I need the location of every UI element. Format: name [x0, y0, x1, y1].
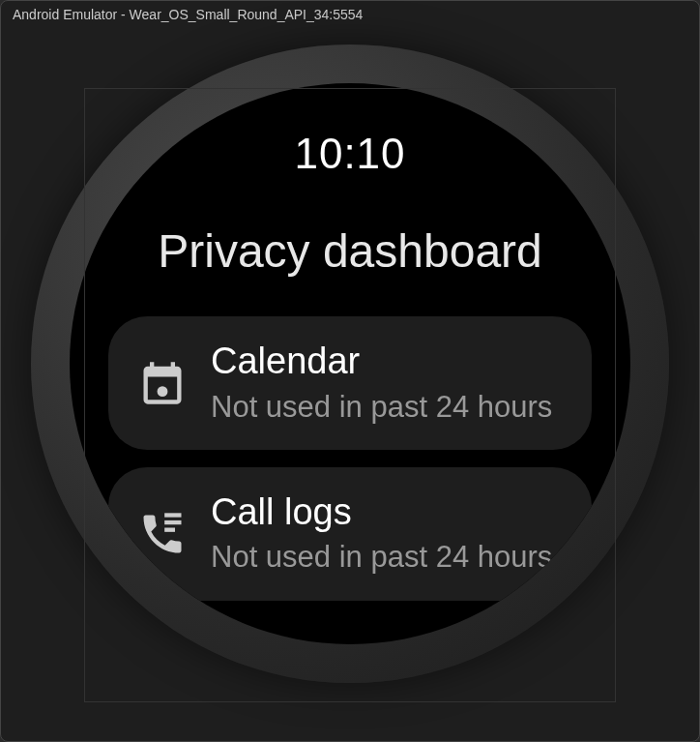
- page-title: Privacy dashboard: [70, 224, 630, 278]
- emulator-window: Android Emulator - Wear_OS_Small_Round_A…: [0, 0, 700, 742]
- list-item-content: Calendar Not used in past 24 hours: [211, 340, 565, 427]
- calendar-icon: [135, 356, 190, 410]
- list-item-calendar[interactable]: Calendar Not used in past 24 hours: [108, 316, 592, 450]
- svg-point-0: [158, 386, 168, 397]
- svg-rect-1: [164, 513, 181, 517]
- phone-log-icon: [135, 507, 190, 561]
- watch-screen[interactable]: 10:10 Privacy dashboard Ca: [70, 83, 630, 644]
- list-item-title: Call logs: [211, 490, 565, 535]
- list-item-content: Call logs Not used in past 24 hours: [211, 490, 565, 578]
- watch-bezel: 10:10 Privacy dashboard Ca: [31, 45, 669, 683]
- list-item-call-logs[interactable]: Call logs Not used in past 24 hours: [108, 467, 592, 601]
- emulator-viewport: 10:10 Privacy dashboard Ca: [31, 45, 669, 683]
- window-title: Android Emulator - Wear_OS_Small_Round_A…: [1, 1, 699, 28]
- privacy-list[interactable]: Calendar Not used in past 24 hours: [70, 316, 630, 601]
- status-time: 10:10: [70, 83, 630, 178]
- list-item-title: Calendar: [211, 340, 565, 384]
- list-item-subtitle: Not used in past 24 hours: [211, 538, 565, 577]
- svg-rect-2: [164, 520, 181, 524]
- svg-rect-3: [164, 527, 175, 531]
- list-item-subtitle: Not used in past 24 hours: [211, 388, 565, 427]
